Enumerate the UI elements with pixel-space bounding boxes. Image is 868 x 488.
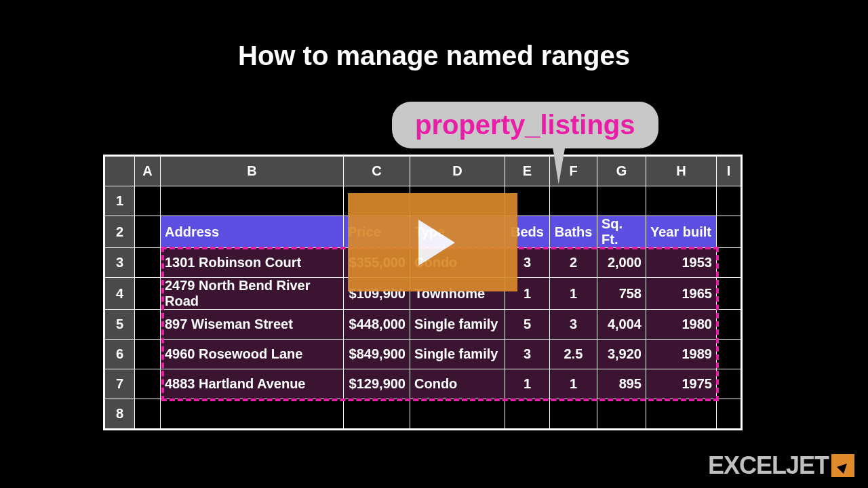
cell-baths[interactable]: 1 <box>550 369 597 399</box>
cell[interactable] <box>344 399 410 429</box>
cell[interactable] <box>717 278 741 310</box>
cell-sqft[interactable]: 758 <box>597 278 646 310</box>
row-6: 6 4960 Rosewood Lane $849,900 Single fam… <box>105 340 741 369</box>
cell[interactable] <box>717 186 741 216</box>
col-header-C[interactable]: C <box>344 157 410 186</box>
cell-type[interactable]: Single family <box>410 340 505 369</box>
cell[interactable] <box>717 399 741 429</box>
row-7: 7 4883 Hartland Avenue $129,900 Condo 1 … <box>105 369 741 399</box>
cell-year[interactable]: 1980 <box>646 310 717 340</box>
col-header-H[interactable]: H <box>646 157 717 186</box>
row-header-4[interactable]: 4 <box>105 278 135 310</box>
col-header-E[interactable]: E <box>505 157 550 186</box>
col-header-G[interactable]: G <box>597 157 646 186</box>
col-header-D[interactable]: D <box>410 157 505 186</box>
cell[interactable] <box>717 248 741 278</box>
row-header-2[interactable]: 2 <box>105 216 135 248</box>
cell[interactable] <box>135 310 161 340</box>
cell[interactable] <box>717 369 741 399</box>
header-sqft[interactable]: Sq. Ft. <box>597 216 646 248</box>
cell[interactable] <box>161 186 344 216</box>
cell[interactable] <box>550 399 597 429</box>
cell-address[interactable]: 4883 Hartland Avenue <box>161 369 344 399</box>
cell-price[interactable]: $129,900 <box>344 369 410 399</box>
cell-type[interactable]: Condo <box>410 369 505 399</box>
header-year[interactable]: Year built <box>646 216 717 248</box>
header-address[interactable]: Address <box>161 216 344 248</box>
named-range-callout: property_listings <box>392 102 658 148</box>
row-header-6[interactable]: 6 <box>105 340 135 369</box>
cell-beds[interactable]: 5 <box>505 310 550 340</box>
play-icon <box>418 220 455 266</box>
cell-year[interactable]: 1989 <box>646 340 717 369</box>
col-header-B[interactable]: B <box>161 157 344 186</box>
cell-sqft[interactable]: 895 <box>597 369 646 399</box>
cell-type[interactable]: Single family <box>410 310 505 340</box>
column-header-row: A B C D E F G H I <box>105 157 741 186</box>
cell-address[interactable]: 4960 Rosewood Lane <box>161 340 344 369</box>
cell-baths[interactable]: 2.5 <box>550 340 597 369</box>
select-all-corner[interactable] <box>105 157 135 186</box>
row-header-1[interactable]: 1 <box>105 186 135 216</box>
cell[interactable] <box>646 186 717 216</box>
callout-label: property_listings <box>392 102 658 148</box>
cell[interactable] <box>505 399 550 429</box>
cell-baths[interactable]: 3 <box>550 310 597 340</box>
logo-text: EXCELJET <box>708 451 829 480</box>
col-header-A[interactable]: A <box>135 157 161 186</box>
row-header-5[interactable]: 5 <box>105 310 135 340</box>
cell-address[interactable]: 1301 Robinson Court <box>161 248 344 278</box>
row-5: 5 897 Wiseman Street $448,000 Single fam… <box>105 310 741 340</box>
cell[interactable] <box>135 216 161 248</box>
cell-address[interactable]: 897 Wiseman Street <box>161 310 344 340</box>
cell[interactable] <box>410 399 505 429</box>
cell[interactable] <box>135 278 161 310</box>
row-8: 8 <box>105 399 741 429</box>
cell-year[interactable]: 1965 <box>646 278 717 310</box>
row-header-8[interactable]: 8 <box>105 399 135 429</box>
col-header-I[interactable]: I <box>717 157 741 186</box>
cell[interactable] <box>597 186 646 216</box>
cell[interactable] <box>135 186 161 216</box>
cell-sqft[interactable]: 4,004 <box>597 310 646 340</box>
cell-sqft[interactable]: 2,000 <box>597 248 646 278</box>
cell[interactable] <box>550 186 597 216</box>
cell[interactable] <box>135 399 161 429</box>
cell[interactable] <box>646 399 717 429</box>
play-button[interactable] <box>348 193 517 291</box>
cell[interactable] <box>597 399 646 429</box>
cell[interactable] <box>135 369 161 399</box>
cell-year[interactable]: 1975 <box>646 369 717 399</box>
cell[interactable] <box>135 248 161 278</box>
cell[interactable] <box>717 216 741 248</box>
cell[interactable] <box>135 340 161 369</box>
row-header-3[interactable]: 3 <box>105 248 135 278</box>
cell-year[interactable]: 1953 <box>646 248 717 278</box>
row-header-7[interactable]: 7 <box>105 369 135 399</box>
cell-baths[interactable]: 1 <box>550 278 597 310</box>
cell-beds[interactable]: 3 <box>505 340 550 369</box>
brand-logo: EXCELJET <box>708 451 854 480</box>
cell-address[interactable]: 2479 North Bend River Road <box>161 278 344 310</box>
header-baths[interactable]: Baths <box>550 216 597 248</box>
page-title: How to manage named ranges <box>0 0 868 98</box>
cell[interactable] <box>161 399 344 429</box>
logo-arrow-icon <box>831 454 854 477</box>
cell-sqft[interactable]: 3,920 <box>597 340 646 369</box>
cell-baths[interactable]: 2 <box>550 248 597 278</box>
cell-price[interactable]: $849,900 <box>344 340 410 369</box>
cell[interactable] <box>717 340 741 369</box>
cell-price[interactable]: $448,000 <box>344 310 410 340</box>
cell-beds[interactable]: 1 <box>505 369 550 399</box>
cell[interactable] <box>717 310 741 340</box>
